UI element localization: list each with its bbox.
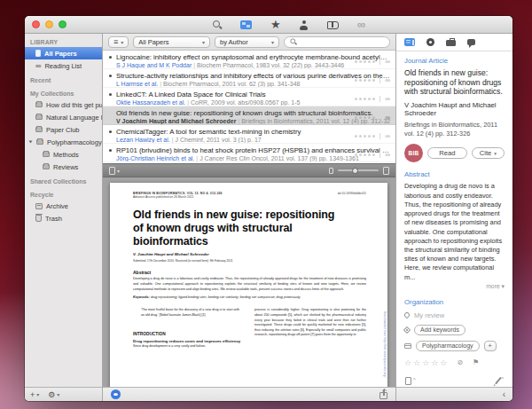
my-review-field[interactable]: My review [414,311,444,319]
zoom-slider-knob[interactable] [352,168,358,174]
rating-stars[interactable]: ☆ ☆ ☆ ☆ ☆ ⊘ ⚑ [404,358,505,367]
article-type-link[interactable]: Journal Article [404,57,505,65]
book-icon[interactable] [327,21,339,29]
paper-authors-link[interactable]: Jörg-Christian Heinrich et al. [116,155,194,161]
no-flag-icon[interactable]: ⊘ [457,358,463,366]
paper-row[interactable]: RP101 (brivudine) binds to heat shock pr… [103,144,395,162]
paper-row[interactable]: ChemicalTagger: A tool for semantic text… [103,125,395,144]
add-keywords-button[interactable]: Add keywords [414,325,466,335]
library-sidebar: LIBRARY All Papers ∞ Reading List Recent… [25,34,103,401]
zoom-out-page-icon[interactable] [329,168,333,174]
sidebar-item-reading-list[interactable]: ∞ Reading List [25,59,102,72]
info-tab-icon[interactable] [404,38,415,46]
sidebar-item-collection[interactable]: Reviews [25,161,102,173]
star-outline-icon[interactable]: ☆ [413,358,420,367]
paper-rating[interactable]: ∞ [355,152,390,158]
search-input[interactable] [300,38,385,46]
star-outline-icon[interactable]: ☆ [404,358,411,367]
list-search-field[interactable] [284,36,390,48]
section-recycle: Recycle [25,186,102,200]
paper-authors-link[interactable]: S J Haque and M K Poddar [116,62,192,68]
paper-authors-link[interactable]: V Joachim Haupt and Michael Schroeder [116,118,236,124]
paper-authors-link[interactable]: Lezan Hawizy et al. [116,137,170,143]
annotations-button[interactable]: ^ [497,376,504,385]
disclosure-triangle-icon[interactable] [29,141,33,144]
abstract-heading-link[interactable]: Abstract [404,170,505,178]
view-grid-icon[interactable] [240,20,252,29]
star-outline-icon[interactable]: ☆ [431,358,438,367]
paper-rating[interactable]: ∞ [355,96,390,102]
read-status-glasses-icon[interactable]: ∞ [385,96,390,102]
sidebar-item-all-papers[interactable]: All Papers [25,47,102,59]
paper-rating[interactable]: ∞ [355,114,390,121]
paper-authors-link[interactable]: Oktie Hassanzadeh et al. [116,99,185,106]
read-status-glasses-icon[interactable]: ∞ [385,59,390,65]
sidebar-item-collection[interactable]: Methods [25,148,102,161]
paper-row[interactable]: Lignocaine: inhibitory effect on synapto… [103,51,395,69]
read-status-glasses-icon[interactable]: ∞ [385,133,390,139]
metrics-tab-icon[interactable] [426,38,434,46]
read-status-glasses-icon[interactable]: ∞ [385,114,390,121]
sidebar-item-label: Polypharmacology [47,138,102,146]
paper-rating[interactable]: ∞ [355,59,390,65]
reading-glasses-icon: ∞ [35,62,41,69]
pdf-submitted-line: Submitted: 17th December 2010; Received … [133,259,366,263]
paper-row-selected[interactable]: Old friends in new guise: repositioning … [103,106,395,125]
sidebar-item-collection[interactable]: Paper Club [25,123,102,136]
paper-row[interactable]: Structure-activity relationships and inh… [103,69,395,88]
paper-rating[interactable]: ∞ [355,77,390,83]
close-window-button[interactable] [32,20,40,28]
paper-rating[interactable]: ∞ [355,133,390,139]
paper-journal: Biochem Pharmacol, 2001 vol. 62 (3) pp. … [163,81,300,87]
sidebar-item-archive[interactable]: Archive [25,200,102,212]
cite-button[interactable]: Cite▾ [472,147,505,159]
zoom-in-page-icon[interactable] [383,167,389,175]
collapse-panel-chevron[interactable]: ‹ [503,389,505,399]
sidebar-item-collection[interactable]: Natural Language Proce... [25,111,102,123]
collection-tag-pill[interactable]: Polypharmacology [416,341,480,351]
flag-icon[interactable]: ⚑ [473,358,479,366]
read-button[interactable]: Read [427,147,467,159]
sort-by-value: by Author [220,38,248,46]
sidebar-item-collection-polypharmacology[interactable]: Polypharmacology [25,136,102,148]
share-icon[interactable] [379,392,387,399]
star-icon[interactable]: ★ [270,20,281,29]
read-status-glasses-icon[interactable]: ∞ [385,152,390,158]
meta-separator: | [172,137,174,143]
paper-list: Lignocaine: inhibitory effect on synapto… [103,51,395,163]
zoom-window-button[interactable] [59,20,66,28]
zoom-slider[interactable] [338,169,379,171]
star-outline-icon[interactable]: ☆ [422,358,429,367]
more-link[interactable]: more ▾ [404,283,505,290]
organization-heading-link[interactable]: Organization [404,298,505,306]
details-footer-icons: ^ ^ [396,376,512,385]
sidebar-item-label: Natural Language Proce... [46,114,102,122]
sidebar-item-label: Reviews [53,163,78,171]
star-outline-icon[interactable]: ☆ [440,358,447,367]
add-collection-button[interactable]: +▾ [30,390,39,399]
paper-row[interactable]: LinkedCT: A Linked Data Space for Clinic… [103,88,395,106]
notes-bubble-icon[interactable] [467,39,475,45]
add-to-collection-button[interactable]: + [484,341,497,351]
read-status-glasses-icon[interactable]: ∞ [385,77,390,83]
person-icon[interactable] [300,20,309,30]
supplements-briefcase-icon[interactable] [446,40,456,46]
page-layout-icon[interactable] [109,167,115,175]
file-attachment-button[interactable]: ^ [405,377,416,385]
glasses-icon[interactable]: ∞ [357,20,365,29]
toolbar: ★ ∞ [213,16,365,34]
settings-button[interactable]: ⚙▾ [48,390,59,399]
enhanced-pdf-eye-icon[interactable] [111,389,121,399]
sidebar-item-trash[interactable]: Trash [25,212,102,224]
collection-filter-select[interactable]: All Papers ▾ [133,36,210,48]
sort-by-select[interactable]: by Author ▾ [215,36,279,48]
paper-authors-link[interactable]: L Harmse et al. [116,81,158,87]
minimize-window-button[interactable] [45,20,53,28]
list-view-menu-button[interactable]: ≡ ▾ [108,36,129,48]
pdf-article-authors: V. Joachim Haupt and Michael Schroeder [133,252,366,256]
sidebar-item-collection[interactable]: How did this get published? [25,98,102,111]
search-icon[interactable] [213,20,222,29]
folder-icon [35,114,43,120]
pdf-viewport[interactable]: BRIEFINGS IN BIOINFORMATICS. VOL 12. NO … [103,177,395,387]
bib-badge[interactable]: BIB [404,144,423,162]
